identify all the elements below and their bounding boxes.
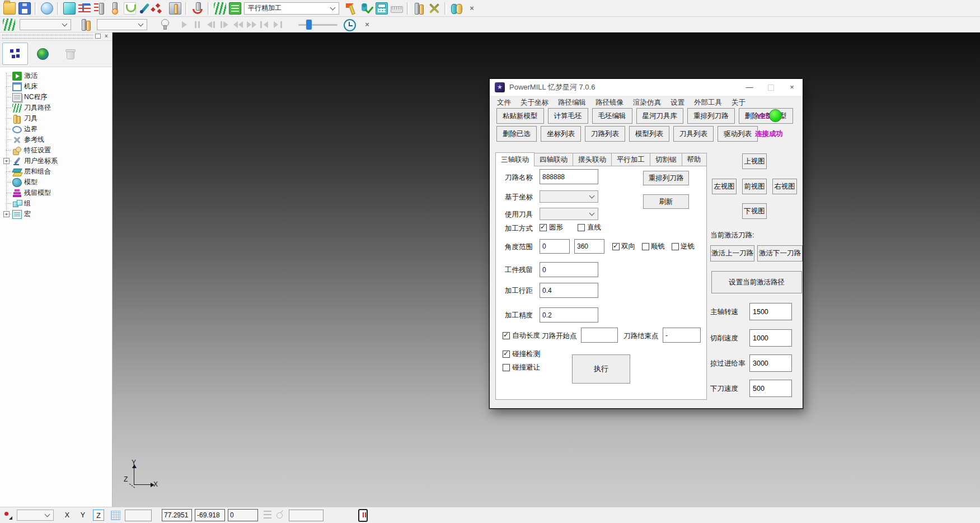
- explorer-tab-tree[interactable]: [2, 43, 28, 65]
- mode-option[interactable]: 圆形: [540, 223, 563, 232]
- boundary-icon[interactable]: [124, 2, 136, 15]
- dialog-tab[interactable]: 三轴联动: [495, 152, 534, 166]
- close-toolbar-icon[interactable]: ×: [362, 18, 372, 31]
- explorer-tab-web[interactable]: [30, 43, 55, 65]
- tree-item[interactable]: 机床: [0, 81, 112, 92]
- angle-from-input[interactable]: [540, 239, 570, 254]
- checkbox[interactable]: [578, 224, 585, 231]
- checkbox[interactable]: [503, 332, 510, 339]
- slider-handle[interactable]: [306, 20, 312, 30]
- action-button[interactable]: 星河刀具库: [636, 108, 684, 124]
- angle-to-input[interactable]: [574, 239, 604, 254]
- go-to-end-icon[interactable]: [273, 20, 284, 30]
- verify-icon[interactable]: [360, 2, 373, 15]
- base-coord-dropdown[interactable]: [540, 190, 598, 203]
- collision-check-icon[interactable]: [191, 2, 204, 15]
- tree-item[interactable]: 刀具路径: [0, 102, 112, 113]
- collision-avoid-option[interactable]: 碰撞避让: [503, 363, 540, 372]
- dialog-tab[interactable]: 四轴联动: [534, 153, 573, 166]
- clock-icon[interactable]: [343, 18, 355, 31]
- toolpath-icon[interactable]: [214, 2, 226, 15]
- refresh-button[interactable]: 刷新: [643, 194, 689, 209]
- plunge-speed-input[interactable]: [749, 380, 792, 397]
- rewind-icon[interactable]: [232, 20, 243, 30]
- record-icon[interactable]: [3, 511, 12, 520]
- sim-tool-dropdown[interactable]: [97, 19, 147, 30]
- action-button[interactable]: 删除已选: [496, 126, 537, 142]
- dialog-tab[interactable]: 平行加工: [611, 153, 650, 166]
- grid-snap-icon[interactable]: [111, 511, 120, 520]
- action-button[interactable]: 重排列刀路: [687, 108, 735, 124]
- blank-icon[interactable]: [41, 2, 53, 15]
- tool-holder-icon[interactable]: [413, 2, 425, 15]
- checkbox[interactable]: [503, 364, 510, 371]
- block-icon[interactable]: [63, 2, 76, 15]
- explorer-grip[interactable]: ×: [0, 32, 112, 41]
- end-point-input[interactable]: [663, 328, 701, 343]
- tree-item[interactable]: 宏: [0, 209, 112, 220]
- close-panel-icon[interactable]: ×: [104, 34, 109, 39]
- tree-item[interactable]: 用户坐标系: [0, 156, 112, 166]
- simulation-icon[interactable]: [451, 2, 463, 15]
- axis-z-button[interactable]: Z: [93, 510, 104, 521]
- tree-item[interactable]: NC程序: [0, 92, 112, 102]
- view-front-button[interactable]: 前视图: [742, 179, 767, 194]
- menu-item[interactable]: 设置: [670, 98, 684, 108]
- transform-icon[interactable]: [428, 2, 440, 15]
- raster-strategy-icon[interactable]: [78, 2, 91, 15]
- tree-item[interactable]: 层和组合: [0, 166, 112, 177]
- menu-item[interactable]: 文件: [497, 98, 511, 108]
- milling-option[interactable]: 顺铣: [642, 242, 665, 251]
- fast-forward-icon[interactable]: [246, 20, 257, 30]
- cutting-speed-input[interactable]: [749, 329, 792, 347]
- activate-prev-toolpath-button[interactable]: 激活上一刀路: [710, 245, 754, 262]
- tolerance-input[interactable]: [540, 307, 598, 323]
- action-button[interactable]: 驱动列表: [718, 126, 758, 142]
- milling-option[interactable]: 双向: [612, 242, 635, 251]
- restore-panel-icon[interactable]: [95, 34, 101, 39]
- step-back-icon[interactable]: [205, 20, 217, 30]
- ruler-icon[interactable]: [391, 6, 403, 13]
- coordinate-z-input[interactable]: [228, 509, 258, 521]
- play-icon[interactable]: [179, 20, 190, 30]
- close-button[interactable]: ×: [781, 79, 803, 96]
- sim-toolpath-dropdown[interactable]: [20, 19, 71, 30]
- tree-item[interactable]: 刀具: [0, 113, 112, 124]
- expander-icon[interactable]: [3, 158, 10, 164]
- action-button[interactable]: 计算毛坯: [548, 108, 588, 124]
- simulation-speed-slider[interactable]: [298, 20, 337, 30]
- strategy-dropdown[interactable]: 平行精加工: [244, 2, 339, 15]
- nc-program-icon[interactable]: [93, 2, 106, 15]
- menu-item[interactable]: 外部工具: [694, 98, 722, 108]
- auto-length-option[interactable]: 自动长度: [503, 331, 540, 340]
- coordinate-y-input[interactable]: [195, 509, 225, 521]
- start-point-input[interactable]: [581, 328, 618, 343]
- menu-item[interactable]: 关于: [732, 98, 745, 108]
- stock-remain-input[interactable]: [540, 262, 598, 277]
- lightbulb-icon[interactable]: [158, 18, 171, 31]
- tool-select-dropdown[interactable]: [540, 208, 598, 220]
- batch-process-icon[interactable]: [345, 2, 358, 15]
- maximize-button[interactable]: [760, 79, 781, 96]
- dialog-tab[interactable]: 摆头联动: [573, 153, 612, 166]
- menu-item[interactable]: 关于坐标: [521, 98, 548, 108]
- explorer-tab-recycle[interactable]: [57, 43, 83, 65]
- action-button[interactable]: 模型列表: [629, 126, 669, 142]
- view-bottom-button[interactable]: 下视图: [742, 203, 767, 219]
- tree-item[interactable]: 边界: [0, 124, 112, 134]
- graphics-viewport[interactable]: Y X Z ★ PowerMILL 忆梦星河 7.0.6 — × 文件关于坐标路…: [112, 32, 980, 507]
- checkbox[interactable]: [503, 351, 510, 358]
- action-button[interactable]: 刀路列表: [585, 126, 625, 142]
- pause-icon[interactable]: [192, 20, 203, 30]
- collision-check-option[interactable]: 碰撞检测: [503, 349, 540, 359]
- dialog-tab[interactable]: 切割锯: [650, 153, 682, 166]
- status-dropdown[interactable]: [17, 510, 54, 521]
- go-to-start-icon[interactable]: [259, 20, 270, 30]
- tree-item[interactable]: 激活: [0, 71, 112, 81]
- close-toolbar-icon[interactable]: ×: [466, 2, 478, 15]
- tree-item[interactable]: 残留模型: [0, 188, 112, 198]
- minimize-button[interactable]: —: [739, 79, 760, 96]
- checkbox[interactable]: [540, 224, 547, 231]
- checkbox[interactable]: [642, 243, 649, 250]
- action-button[interactable]: 坐标列表: [541, 126, 581, 142]
